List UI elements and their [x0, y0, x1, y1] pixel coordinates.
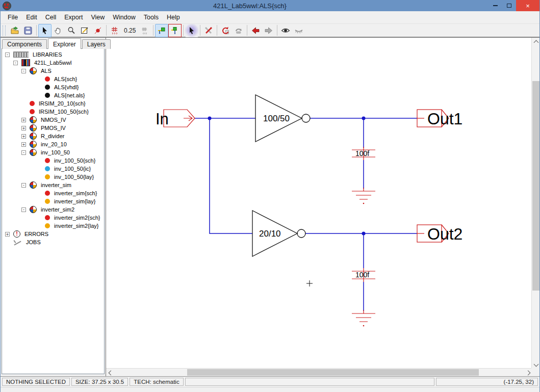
tree-item[interactable]: inverter_sim2{lay} [2, 222, 104, 230]
tree-item[interactable]: - LIBRARIES [2, 50, 104, 59]
tree-item[interactable]: inverter_sim{lay} [2, 197, 104, 205]
menu-view[interactable]: View [87, 12, 109, 22]
menu-edit[interactable]: Edit [22, 12, 41, 22]
tree-item[interactable]: + R_divider [2, 132, 104, 140]
tree-toggle[interactable]: + [21, 126, 26, 130]
go-back-button[interactable] [249, 24, 262, 37]
explorer-tree[interactable]: - LIBRARIES - 421L_Lab5wwl - ALS ALS{sch… [2, 48, 105, 374]
grid-toggle-button[interactable] [108, 24, 121, 37]
tree-item[interactable]: + inv_20_10 [2, 140, 104, 148]
tree-item[interactable]: ALS{vhdl} [2, 83, 104, 91]
tree-item[interactable]: JOBS [2, 238, 104, 246]
input-port-symbol[interactable]: In [156, 110, 195, 128]
vertical-scrollbar-thumb[interactable] [532, 81, 539, 291]
output2-port-label[interactable]: Out2 [427, 225, 462, 243]
pin-highlighted-button[interactable] [155, 24, 168, 37]
pin-export-button[interactable] [168, 24, 182, 37]
tab-layers[interactable]: Layers [82, 39, 111, 49]
grid-alignment-button[interactable] [138, 24, 151, 37]
tree-item[interactable]: inv_100_50{sch} [2, 156, 104, 165]
tree-toggle[interactable]: + [21, 134, 26, 139]
scroll-up-button[interactable] [532, 38, 539, 46]
select-cursor-button[interactable] [38, 24, 52, 37]
tree-item[interactable]: + ERRORS [2, 230, 104, 238]
tree-toggle[interactable]: - [21, 183, 26, 188]
tree-toggle[interactable]: - [21, 207, 26, 212]
checkpoint-button[interactable] [232, 24, 245, 37]
tree-toggle[interactable]: - [21, 150, 26, 155]
menu-file[interactable]: File [4, 12, 22, 22]
pan-button[interactable] [52, 24, 65, 37]
show-objects-button[interactable] [279, 24, 292, 37]
menu-window[interactable]: Window [109, 12, 139, 22]
tree-item[interactable]: + PMOS_IV [2, 124, 104, 132]
output2-port-symbol[interactable]: Out2 [417, 225, 462, 243]
inverter2-size-label[interactable]: 20/10 [259, 229, 281, 239]
tree-item[interactable]: inv_100_50{ic} [2, 165, 104, 173]
minimize-button[interactable] [488, 0, 502, 11]
titlebar[interactable]: 421L_Lab5wwl:ALS{sch} × [1, 0, 539, 11]
tree-toggle[interactable]: - [21, 69, 26, 73]
select-area-button[interactable] [78, 24, 91, 37]
tree-item[interactable]: IRSIM_20_10{sch} [2, 99, 104, 108]
tree-toggle[interactable]: + [5, 232, 10, 237]
tree-item[interactable]: - inv_100_50 [2, 148, 104, 156]
menu-cell[interactable]: Cell [41, 12, 61, 22]
wire-junction[interactable] [362, 117, 366, 120]
open-library-button[interactable] [8, 24, 21, 37]
capacitor1-value-label[interactable]: 100f [355, 149, 369, 158]
special-select-button[interactable] [185, 24, 198, 37]
tree-item[interactable]: - inverter_sim [2, 181, 104, 189]
tree-item[interactable]: inverter_sim2{sch} [2, 214, 104, 222]
horizontal-scrollbar[interactable] [106, 368, 532, 376]
menu-help[interactable]: Help [163, 12, 184, 22]
horizontal-scrollbar-thumb[interactable] [187, 369, 479, 376]
zoom-button[interactable] [65, 24, 78, 37]
inverter1-size-label[interactable]: 100/50 [263, 114, 290, 123]
tree-item[interactable]: - ALS [2, 67, 104, 75]
tree-item[interactable]: inverter_sim{sch} [2, 189, 104, 197]
wire-junction[interactable] [208, 117, 212, 120]
menu-export[interactable]: Export [60, 12, 87, 22]
tree-item[interactable]: ALS{sch} [2, 75, 104, 83]
maximize-button[interactable] [502, 0, 516, 11]
scroll-left-button[interactable] [106, 369, 114, 376]
scroll-down-button[interactable] [532, 360, 539, 369]
wire-junction[interactable] [362, 232, 366, 236]
tree-toggle[interactable]: - [5, 53, 10, 57]
inverter2-symbol[interactable]: 20/10 [252, 211, 305, 256]
tab-explorer[interactable]: Explorer [48, 38, 81, 49]
ground2-symbol[interactable] [352, 310, 375, 326]
output1-port-symbol[interactable]: Out1 [417, 110, 462, 128]
wire[interactable] [210, 118, 252, 233]
tree-item[interactable]: - 421L_Lab5wwl [2, 59, 104, 67]
hide-objects-button[interactable] [292, 24, 305, 37]
tree-item[interactable]: - inverter_sim2 [2, 205, 104, 214]
ground1-symbol[interactable] [352, 188, 375, 204]
toolbar-drag-handle[interactable] [3, 25, 6, 36]
capacitor2-value-label[interactable]: 100f [355, 271, 369, 279]
capacitor2-symbol[interactable]: 100f [352, 268, 375, 282]
go-forward-button[interactable] [262, 24, 275, 37]
schematic-canvas[interactable]: In 100/50 Out1 100f [106, 38, 539, 376]
close-button[interactable]: × [516, 0, 539, 11]
tree-toggle[interactable]: + [21, 118, 26, 122]
tree-toggle[interactable]: - [13, 61, 18, 65]
save-library-button[interactable] [21, 24, 35, 37]
inverter1-symbol[interactable]: 100/50 [255, 95, 310, 142]
tools-button[interactable] [202, 24, 215, 37]
revert-library-button[interactable] [219, 24, 232, 37]
measure-button[interactable] [91, 24, 105, 37]
output1-port-label[interactable]: Out1 [427, 110, 462, 128]
tab-components[interactable]: Components [2, 39, 47, 49]
tree-item[interactable]: IRSIM_100_50{sch} [2, 108, 104, 116]
menu-tools[interactable]: Tools [140, 12, 163, 22]
vertical-scrollbar[interactable] [531, 38, 539, 369]
tree-item[interactable]: ALS{net.als} [2, 91, 104, 99]
wires[interactable] [195, 117, 417, 311]
tree-item[interactable]: inv_100_50{lay} [2, 173, 104, 181]
input-port-label[interactable]: In [156, 110, 169, 128]
tree-toggle[interactable]: + [21, 142, 26, 147]
capacitor1-symbol[interactable]: 100f [352, 147, 375, 160]
tree-item[interactable]: + NMOS_IV [2, 116, 104, 124]
